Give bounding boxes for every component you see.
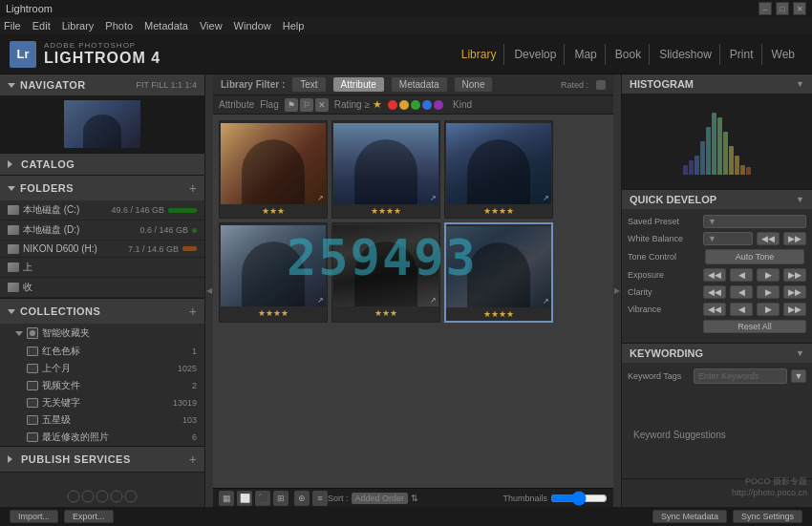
export-button[interactable]: Export... — [64, 510, 114, 523]
right-panel-expand[interactable]: ▶ — [613, 74, 621, 507]
compare-view-icon[interactable]: ⬛ — [255, 491, 270, 506]
collections-add-button[interactable]: + — [189, 304, 197, 319]
color-purple[interactable] — [434, 100, 443, 110]
color-yellow[interactable] — [399, 100, 409, 110]
collection-icon — [27, 381, 38, 390]
loupe-view-icon[interactable]: ⬜ — [237, 491, 252, 506]
collection-child[interactable]: 视频文件 2 — [0, 377, 204, 394]
menu-library[interactable]: Library — [62, 20, 95, 32]
close-button[interactable]: ✕ — [793, 2, 806, 15]
module-print[interactable]: Print — [722, 44, 762, 65]
menu-help[interactable]: Help — [283, 20, 305, 32]
grid-view-icon[interactable]: ▦ — [219, 491, 234, 506]
left-panel-expand[interactable]: ◀ — [205, 74, 213, 507]
extra-icons: ⊛ ≡ — [294, 491, 328, 506]
photo-cell[interactable]: ↗ ★★★★ — [444, 222, 553, 323]
filter-tab-none[interactable]: None — [455, 77, 493, 92]
color-blue[interactable] — [422, 100, 432, 110]
keyword-input[interactable]: Enter Keywords — [694, 368, 787, 384]
menu-photo[interactable]: Photo — [105, 20, 133, 32]
filter-tab-text[interactable]: Text — [292, 77, 325, 92]
menu-window[interactable]: Window — [234, 20, 271, 32]
white-balance-select[interactable]: ▼ — [703, 232, 753, 245]
module-book[interactable]: Book — [608, 44, 650, 65]
publish-services-header[interactable]: Publish Services + — [0, 447, 204, 472]
sort-direction-icon[interactable]: ⇅ — [411, 494, 418, 503]
collection-parent[interactable]: 智能收藏夹 — [0, 324, 204, 343]
sort-value[interactable]: Added Order — [352, 493, 409, 504]
filter-tab-attribute[interactable]: Attribute — [333, 77, 384, 92]
menu-edit[interactable]: Edit — [32, 20, 51, 32]
reset-all-button[interactable]: Reset All — [703, 320, 806, 333]
folder-item[interactable]: NIKON D600 (H:) 7.1 / 14.6 GB — [0, 241, 204, 258]
folder-item[interactable]: 收 — [0, 278, 204, 298]
collection-child[interactable]: 上个月 1025 — [0, 360, 204, 377]
histogram-header[interactable]: Histogram ▼ — [622, 74, 812, 94]
photo-cell[interactable]: ↗ ★★★★ — [331, 120, 440, 219]
filter-expand[interactable] — [596, 80, 606, 90]
menu-file[interactable]: File — [4, 20, 21, 32]
vib-inc-small[interactable]: ▶ — [757, 303, 780, 316]
exp-inc-small[interactable]: ▶ — [757, 268, 780, 282]
navigator-header[interactable]: Navigator FIT FILL 1:1 1:4 — [0, 74, 204, 95]
thumbnail-size-slider[interactable] — [550, 494, 608, 503]
collection-child[interactable]: 无关键字 13019 — [0, 394, 204, 411]
title-bar-title: Lightroom — [6, 3, 53, 14]
sync-settings-button[interactable]: Sync Settings — [733, 510, 802, 523]
filter-icon[interactable]: ≡ — [312, 491, 328, 506]
keyword-settings-btn[interactable]: ▼ — [791, 369, 806, 383]
wb-decrease[interactable]: ◀◀ — [757, 232, 780, 245]
clarity-inc-large[interactable]: ▶▶ — [783, 285, 806, 299]
saved-preset-select[interactable]: ▼ — [703, 215, 806, 228]
clarity-dec-large[interactable]: ◀◀ — [703, 285, 726, 299]
folder-item[interactable]: 本地磁盘 (C:) 49.6 / 146 GB — [0, 200, 204, 221]
menu-view[interactable]: View — [200, 20, 223, 32]
module-slideshow[interactable]: Slideshow — [652, 44, 720, 65]
flag-flagged[interactable]: ⚐ — [300, 98, 313, 112]
publish-services-add-button[interactable]: + — [189, 452, 197, 467]
module-develop[interactable]: Develop — [506, 44, 565, 65]
folders-add-button[interactable]: + — [189, 180, 197, 196]
folders-header[interactable]: Folders + — [0, 176, 204, 200]
auto-tone-button[interactable]: Auto Tone — [705, 249, 804, 264]
module-library[interactable]: Library — [454, 44, 505, 65]
clarity-inc-small[interactable]: ▶ — [757, 285, 780, 299]
wb-increase[interactable]: ▶▶ — [783, 232, 806, 245]
menu-metadata[interactable]: Metadata — [144, 20, 188, 32]
color-green[interactable] — [411, 100, 420, 110]
vib-dec-large[interactable]: ◀◀ — [703, 303, 726, 316]
maximize-button[interactable]: □ — [776, 2, 789, 15]
module-map[interactable]: Map — [566, 44, 605, 65]
poco-brand: POCO 摄影专题 — [732, 475, 807, 488]
collection-child[interactable]: 红色色标 1 — [0, 343, 204, 360]
photo-cell[interactable]: ↗ ★★★ — [219, 120, 328, 219]
photo-cell[interactable]: ↗ ★★★★ — [219, 222, 328, 323]
photo-cell[interactable]: ↗ ★★★ — [331, 222, 440, 323]
collections-header[interactable]: Collections + — [0, 299, 204, 324]
quick-develop-header[interactable]: Quick Develop ▼ — [622, 190, 812, 209]
vib-dec-small[interactable]: ◀ — [730, 303, 753, 316]
collection-child[interactable]: 最近修改的照片 6 — [0, 429, 204, 446]
import-button[interactable]: Import... — [10, 510, 58, 523]
catalog-header[interactable]: Catalog — [0, 154, 204, 175]
folder-item[interactable]: 上 — [0, 258, 204, 278]
minimize-button[interactable]: – — [759, 2, 772, 15]
exp-dec-large[interactable]: ◀◀ — [703, 268, 726, 282]
survey-view-icon[interactable]: ⊞ — [273, 491, 288, 506]
keywording-header[interactable]: Keywording ▼ — [622, 344, 812, 363]
filter-tab-metadata[interactable]: Metadata — [392, 77, 447, 92]
spray-icon[interactable]: ⊛ — [294, 491, 310, 506]
collection-child[interactable]: 五星级 103 — [0, 411, 204, 429]
flag-rejected[interactable]: ✕ — [315, 98, 329, 112]
clarity-dec-small[interactable]: ◀ — [730, 285, 753, 299]
vib-inc-large[interactable]: ▶▶ — [783, 303, 806, 316]
exp-dec-small[interactable]: ◀ — [730, 268, 753, 282]
module-web[interactable]: Web — [764, 44, 802, 65]
flag-unflagged[interactable]: ⚑ — [285, 98, 298, 112]
photo-cell[interactable]: ↗ ★★★★ — [444, 120, 553, 219]
exp-inc-large[interactable]: ▶▶ — [783, 268, 806, 282]
sync-metadata-button[interactable]: Sync Metadata — [652, 510, 727, 523]
reset-row: Reset All — [628, 320, 806, 333]
folder-item[interactable]: 本地磁盘 (D:) 0.6 / 146 GB — [0, 221, 204, 241]
color-red[interactable] — [388, 100, 397, 110]
